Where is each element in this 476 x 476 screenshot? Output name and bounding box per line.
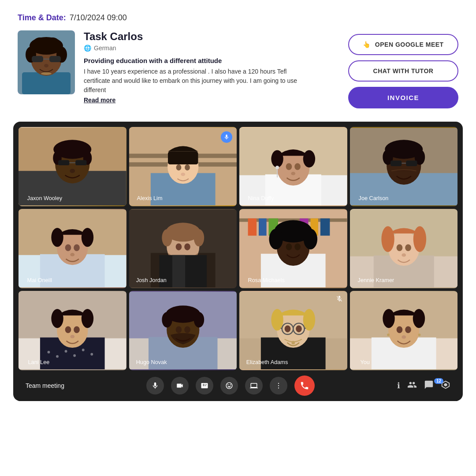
invoice-button[interactable]: INVOICE — [348, 87, 458, 108]
svg-point-62 — [82, 228, 93, 247]
cursor-icon: 👆 — [363, 41, 371, 48]
svg-point-41 — [286, 163, 292, 170]
svg-point-39 — [271, 150, 283, 167]
chat-icon[interactable] — [424, 380, 434, 392]
language-value: German — [94, 45, 116, 52]
svg-point-154 — [387, 334, 390, 336]
meeting-title: Team meeting — [26, 382, 64, 389]
captions-button[interactable] — [196, 377, 213, 394]
svg-point-116 — [73, 354, 76, 357]
svg-point-159 — [278, 387, 279, 388]
svg-point-141 — [285, 325, 291, 332]
react-button[interactable] — [220, 377, 238, 394]
svg-point-89 — [269, 229, 283, 249]
svg-rect-80 — [248, 219, 257, 236]
svg-point-8 — [47, 37, 59, 48]
participants-badge: 12 — [434, 378, 443, 384]
svg-text:You: You — [360, 359, 369, 365]
svg-point-111 — [74, 326, 80, 333]
time-value: 7/10/2024 09:00 — [70, 13, 127, 22]
svg-point-108 — [51, 309, 63, 328]
svg-point-23 — [70, 169, 75, 173]
svg-rect-30 — [168, 152, 198, 164]
video-cell-lani-lee: Lani Lee — [19, 291, 126, 370]
camera-button[interactable] — [171, 377, 189, 394]
svg-text:Mai Oneill: Mai Oneill — [27, 277, 52, 283]
svg-point-71 — [162, 229, 172, 246]
people-icon[interactable] — [407, 380, 417, 392]
video-cell-josh-jordan: Josh Jordan — [129, 209, 237, 288]
end-call-button[interactable] — [294, 376, 315, 396]
svg-point-158 — [278, 385, 279, 386]
top-section: Time & Date: 7/10/2024 09:00 — [0, 0, 476, 117]
svg-point-32 — [185, 164, 190, 171]
mic-button[interactable] — [146, 377, 164, 394]
svg-point-142 — [296, 325, 302, 332]
svg-point-73 — [175, 243, 182, 250]
svg-text:Josh Jordan: Josh Jordan — [136, 277, 166, 283]
info-icon[interactable]: ℹ — [397, 381, 400, 390]
svg-point-109 — [82, 309, 93, 328]
video-cell-jaxon-wooley: Jaxon Wooley — [19, 127, 126, 206]
video-grid: Jaxon Wooley — [19, 127, 457, 370]
svg-text:Alexis Lim: Alexis Lim — [137, 195, 162, 201]
video-cell-elizabeth-adams: Elizabeth Adams — [239, 291, 347, 370]
svg-point-134 — [271, 309, 283, 331]
more-options-button[interactable] — [270, 377, 287, 394]
svg-point-151 — [396, 326, 402, 333]
svg-point-150 — [413, 309, 424, 328]
svg-point-143 — [291, 341, 295, 344]
svg-point-64 — [74, 244, 80, 251]
read-more-link[interactable]: Read more — [84, 97, 115, 104]
open-google-meet-button[interactable]: 👆 OPEN GOOGLE MEET — [348, 34, 458, 55]
svg-point-99 — [413, 226, 426, 252]
svg-point-63 — [65, 244, 71, 251]
mic-off-indicator — [336, 295, 343, 304]
svg-rect-81 — [259, 219, 267, 236]
svg-point-42 — [294, 163, 301, 170]
tutor-left: Task Carlos 🌐 German Providing education… — [18, 30, 335, 104]
svg-point-91 — [286, 243, 292, 250]
svg-text:Jennie Kramer: Jennie Kramer — [357, 277, 394, 283]
video-cell-you: You — [350, 291, 458, 370]
svg-rect-54 — [406, 160, 417, 166]
chat-with-tutor-button[interactable]: CHAT WITH TUTOR — [348, 60, 458, 82]
tutor-headline: Providing education with a different att… — [84, 57, 335, 64]
svg-rect-10 — [49, 56, 61, 62]
svg-point-74 — [184, 243, 190, 250]
svg-point-117 — [82, 349, 85, 351]
svg-rect-53 — [390, 160, 401, 166]
present-button[interactable] — [245, 377, 263, 394]
video-cell-rosa-michaels: Rosa Michaels — [239, 209, 347, 288]
svg-point-126 — [193, 312, 204, 327]
svg-text:Nina Duffy: Nina Duffy — [248, 195, 275, 201]
svg-point-7 — [33, 37, 46, 48]
svg-point-13 — [41, 72, 52, 75]
svg-point-157 — [278, 383, 279, 384]
video-cell-jennie-kramer: Jennie Kramer — [350, 209, 458, 288]
svg-point-112 — [70, 335, 74, 338]
video-cell-joe-carlson: Joe Carlson — [350, 127, 458, 206]
controls-right: ℹ 12 — [397, 380, 450, 392]
time-date-row: Time & Date: 7/10/2024 09:00 — [18, 13, 458, 22]
video-cell-mai-oneill: Mai Oneill — [19, 209, 126, 288]
video-cell-alexis-lim: Alexis Lim — [129, 127, 237, 206]
svg-point-100 — [396, 244, 402, 251]
svg-point-152 — [405, 326, 411, 333]
svg-point-153 — [402, 335, 406, 339]
svg-point-118 — [90, 353, 93, 356]
svg-point-90 — [304, 229, 317, 249]
svg-text:Lani Lee: Lani Lee — [28, 359, 50, 365]
svg-point-72 — [193, 229, 204, 246]
svg-point-40 — [303, 150, 315, 167]
svg-point-43 — [291, 172, 295, 175]
tutor-language: 🌐 German — [84, 45, 335, 52]
video-cell-hugo-novak: Hugo Novak — [129, 291, 237, 370]
svg-point-113 — [48, 351, 50, 353]
svg-point-12 — [44, 64, 48, 67]
svg-rect-9 — [32, 56, 43, 62]
globe-icon: 🌐 — [84, 45, 91, 52]
video-section: Jaxon Wooley — [13, 122, 463, 401]
svg-text:Joe Carlson: Joe Carlson — [358, 195, 388, 201]
svg-text:Elizabeth Adams: Elizabeth Adams — [246, 359, 288, 365]
